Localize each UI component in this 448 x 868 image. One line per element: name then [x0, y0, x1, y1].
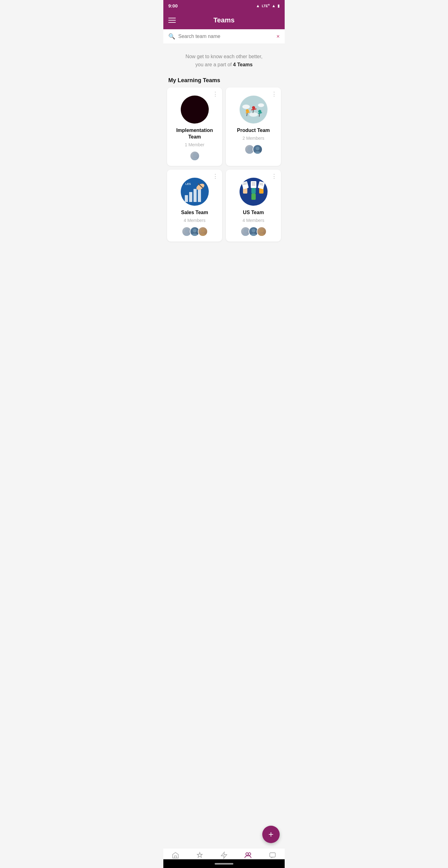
- buzz-icon: [220, 851, 228, 860]
- svg-point-56: [246, 853, 248, 855]
- implementation-team-name: ImplementationTeam: [172, 127, 217, 141]
- team-menu-sales[interactable]: ⋮: [213, 173, 218, 179]
- sales-team-avatars: [172, 226, 217, 237]
- us-avatar-wrap: [231, 178, 276, 206]
- gesture-pill: [215, 863, 233, 865]
- sales-team-count: 4 Members: [172, 218, 217, 223]
- svg-marker-55: [197, 852, 202, 858]
- svg-rect-38: [251, 181, 256, 188]
- team-menu-implementation[interactable]: ⋮: [213, 91, 218, 97]
- teams-grid: ⋮ ImplementationTeam 1 Member ⋮: [163, 88, 285, 245]
- svg-point-51: [251, 234, 257, 236]
- member-avatar: [253, 145, 263, 154]
- section-title: My Learning Teams: [163, 72, 285, 88]
- svg-rect-47: [251, 193, 256, 200]
- status-time: 9:00: [168, 3, 178, 8]
- team-card-product[interactable]: ⋮: [226, 88, 281, 166]
- lte-icon: LTER: [262, 3, 270, 8]
- us-team-avatar: [239, 178, 267, 206]
- member-avatar: [198, 226, 208, 237]
- svg-rect-18: [189, 192, 192, 202]
- team-menu-us[interactable]: ⋮: [271, 173, 277, 179]
- product-team-avatars: [231, 145, 276, 154]
- tagline: Now get to know each other better, you a…: [163, 44, 285, 72]
- search-input[interactable]: [178, 34, 273, 39]
- svg-rect-17: [185, 195, 188, 202]
- member-avatar: [257, 226, 267, 237]
- add-team-fab[interactable]: +: [262, 826, 280, 843]
- svg-point-57: [248, 853, 251, 855]
- svg-point-15: [255, 151, 261, 154]
- svg-point-13: [247, 151, 253, 154]
- status-icons: ▲ LTER ▲ ▮: [256, 3, 280, 8]
- team-card-us[interactable]: ⋮: [226, 169, 281, 242]
- search-bar: 🔍 ×: [163, 29, 285, 44]
- team-card-sales[interactable]: ⋮ LES: [167, 169, 222, 242]
- svg-point-50: [252, 229, 255, 232]
- svg-point-52: [260, 229, 263, 232]
- implementation-team-avatars: [172, 151, 217, 161]
- svg-point-12: [248, 147, 251, 150]
- status-bar: 9:00 ▲ LTER ▲ ▮: [163, 0, 285, 11]
- svg-point-49: [242, 234, 249, 236]
- svg-text:LES: LES: [185, 182, 191, 185]
- implementation-team-avatar: [181, 96, 209, 124]
- team-menu-product[interactable]: ⋮: [271, 91, 277, 97]
- home-icon: [172, 851, 179, 860]
- svg-rect-19: [193, 189, 197, 202]
- product-team-name: Product Team: [231, 127, 276, 134]
- svg-point-3: [242, 104, 250, 109]
- svg-point-27: [192, 234, 198, 236]
- gesture-bar: [163, 859, 285, 868]
- header: Teams: [163, 11, 285, 29]
- svg-rect-54: [174, 856, 177, 858]
- svg-point-53: [259, 234, 265, 236]
- team-card-implementation[interactable]: ⋮ ImplementationTeam 1 Member: [167, 88, 222, 166]
- signal-icon: ▲: [271, 3, 276, 8]
- implementation-team-count: 1 Member: [172, 142, 217, 147]
- svg-point-0: [193, 153, 197, 157]
- us-team-name: US Team: [231, 210, 276, 216]
- tagline-line1: Now get to know each other better,: [185, 54, 262, 59]
- svg-point-4: [258, 103, 264, 107]
- svg-rect-58: [270, 853, 275, 857]
- tagline-line2: you are a part of 4 Teams: [195, 62, 253, 67]
- svg-point-29: [200, 234, 206, 236]
- svg-point-14: [256, 147, 259, 150]
- chats-icon: [269, 851, 276, 860]
- member-avatar: [190, 151, 200, 161]
- sales-team-avatar: LES: [181, 178, 209, 206]
- product-team-avatar: [239, 96, 267, 124]
- clear-search-button[interactable]: ×: [276, 33, 280, 40]
- team-avatar-wrap: [172, 96, 217, 124]
- svg-point-26: [193, 229, 197, 232]
- us-team-avatars: [231, 226, 276, 237]
- teams-icon: [244, 851, 252, 861]
- page-title: Teams: [214, 16, 234, 24]
- battery-icon: ▮: [278, 3, 280, 8]
- product-avatar-wrap: [231, 96, 276, 124]
- team-count-highlight: 4 Teams: [233, 62, 253, 67]
- svg-point-25: [184, 234, 190, 236]
- svg-point-28: [201, 229, 205, 232]
- sales-team-name: Sales Team: [172, 210, 217, 216]
- svg-point-24: [185, 229, 189, 232]
- hamburger-menu-button[interactable]: [168, 18, 176, 23]
- svg-point-1: [192, 158, 198, 160]
- product-team-count: 2 Members: [231, 136, 276, 141]
- svg-point-5: [249, 112, 258, 117]
- svg-point-48: [244, 229, 247, 232]
- us-team-count: 4 Members: [231, 218, 276, 223]
- search-icon: 🔍: [168, 33, 175, 40]
- leaderboard-icon: [196, 851, 203, 860]
- page-content: 🔍 × Now get to know each other better, y…: [163, 29, 285, 283]
- sales-avatar-wrap: LES: [172, 178, 217, 206]
- wifi-icon: ▲: [256, 3, 260, 8]
